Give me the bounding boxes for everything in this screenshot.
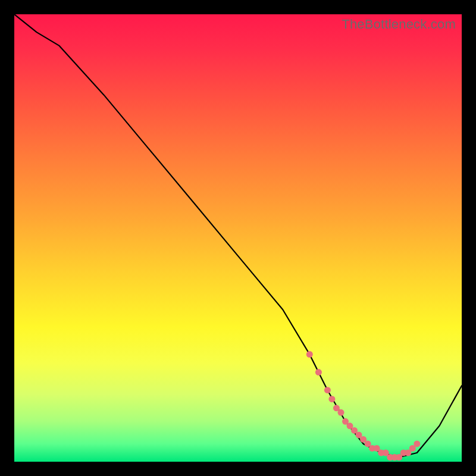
curve-dot <box>328 396 335 402</box>
chart-svg <box>14 14 462 462</box>
curve-dot <box>324 387 331 393</box>
curve-path <box>14 14 462 458</box>
chart-frame: TheBottleneck.com <box>0 0 476 476</box>
curve-dot <box>306 351 313 358</box>
curve-dot <box>414 440 420 447</box>
curve-dot <box>338 409 345 416</box>
curve-dot <box>315 369 322 375</box>
chart-plot-area: TheBottleneck.com <box>14 14 462 462</box>
